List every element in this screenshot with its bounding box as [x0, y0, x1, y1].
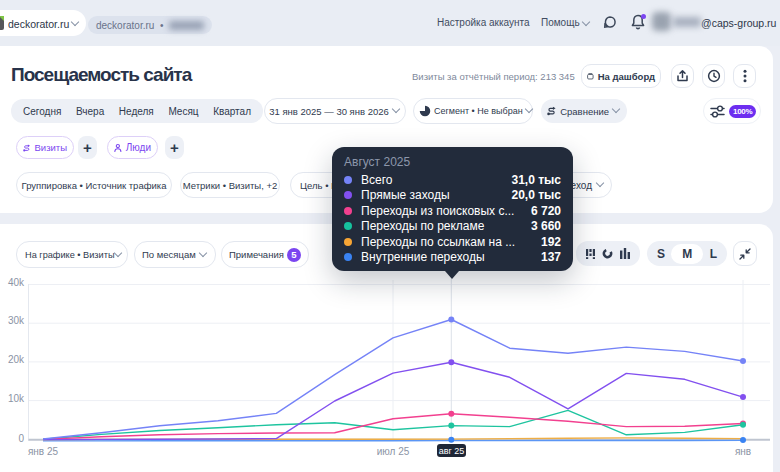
svg-text:40k: 40k [8, 277, 25, 288]
svg-text:янв: янв [735, 446, 751, 457]
svg-text:30k: 30k [8, 315, 25, 326]
svg-text:авг 25: авг 25 [439, 446, 465, 456]
svg-text:20k: 20k [8, 354, 25, 365]
svg-text:янв 25: янв 25 [28, 446, 59, 457]
svg-text:0: 0 [18, 433, 24, 444]
svg-text:10k: 10k [8, 393, 25, 404]
svg-text:июл 25: июл 25 [377, 446, 410, 457]
